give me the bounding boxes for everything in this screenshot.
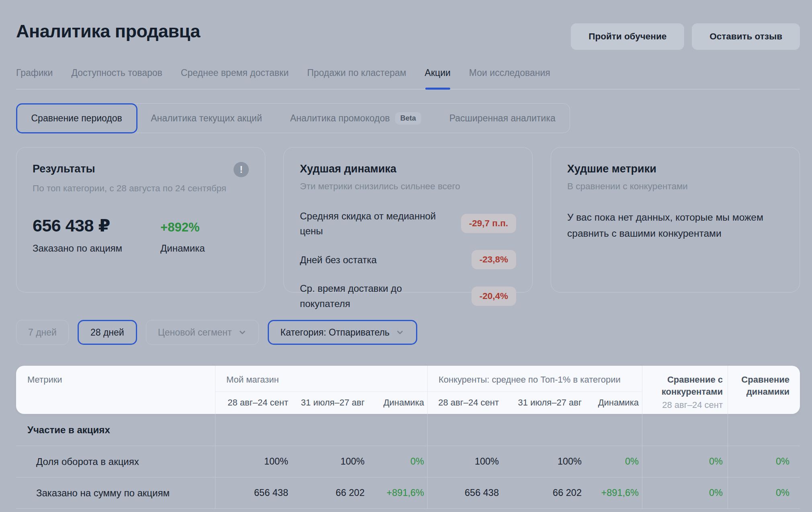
filter-price-segment-label: Ценовой сегмент [158, 327, 232, 338]
worst-dynamics-title: Худшая динамика [300, 163, 516, 175]
section-title: Участие в акциях [16, 424, 800, 436]
cell-value: 0% [728, 487, 800, 498]
subtab-advanced-analytics[interactable]: Расширенная аналитика [435, 104, 570, 133]
metric-label: Дней без остатка [300, 252, 377, 267]
negative-value-badge: -20,4% [472, 287, 516, 306]
table-row: Заказано на сумму по акциям 656 438 66 2… [16, 477, 800, 509]
worst-metrics-title: Худшие метрики [567, 163, 783, 175]
metric-label: Средняя скидка от медианной цены [300, 209, 447, 238]
column-group-my-shop: Мой магазин [215, 366, 427, 391]
results-card-subtitle: По топ категории, с 28 августа по 24 сен… [33, 183, 249, 194]
tab-sales-by-clusters[interactable]: Продажи по кластерам [307, 68, 406, 89]
table-filters: 7 дней 28 дней Ценовой сегмент Категория… [16, 320, 800, 345]
cell-value: +891,6% [368, 487, 427, 498]
results-card: Результаты ! По топ категории, с 28 авгу… [16, 147, 265, 293]
subcolumn-period-2: 31 июля–27 авг [502, 391, 585, 414]
chevron-down-icon [238, 328, 247, 337]
comparison-competitors-period: 28 авг–24 сент [662, 399, 723, 411]
filter-category[interactable]: Категория: Отпариватель [268, 320, 418, 345]
filter-28-days[interactable]: 28 дней [78, 320, 137, 345]
cell-value: 100% [502, 456, 585, 467]
promotions-subtabs: Сравнение периодов Аналитика текущих акц… [16, 103, 570, 133]
summary-cards: Результаты ! По топ категории, с 28 авгу… [16, 147, 800, 293]
subcolumn-period-1: 28 авг–24 сент [215, 391, 291, 414]
worst-dynamics-card: Худшая динамика Эти метрики снизились си… [283, 147, 533, 293]
cell-value: 0% [642, 456, 728, 467]
subtab-current-promotions[interactable]: Аналитика текущих акций [137, 104, 276, 133]
chevron-down-icon [396, 328, 404, 337]
comparison-dynamics-label: Сравнение динамики [728, 374, 789, 398]
ordered-amount-value: 656 438 ₽ [33, 215, 122, 236]
subtab-promocodes[interactable]: Аналитика промокодов Beta [276, 104, 435, 133]
cell-value: +891,6% [585, 487, 642, 498]
subcolumn-dynamics: Динамика [585, 391, 642, 414]
feedback-button[interactable]: Оставить отзыв [692, 23, 800, 50]
worst-metric-row: Дней без остатка -23,8% [300, 250, 516, 269]
row-label: Заказано на сумму по акциям [16, 487, 215, 499]
cell-value: 0% [585, 456, 642, 467]
section-row: Участие в акциях [16, 414, 800, 446]
cell-value: 100% [427, 456, 502, 467]
filter-category-label: Категория: Отпариватель [281, 327, 390, 338]
ordered-amount-label: Заказано по акциям [33, 243, 122, 254]
seller-analytics-page: Аналитика продавца Пройти обучение Остав… [0, 0, 812, 512]
worst-dynamics-subtitle: Эти метрики снизились сильнее всего [300, 181, 516, 192]
negative-value-badge: -29,7 п.п. [461, 214, 516, 233]
cell-value: 0% [642, 487, 728, 498]
table-body: Участие в акциях Доля оборота в акциях 1… [16, 414, 800, 509]
row-label: Доля оборота в акциях [16, 456, 215, 467]
tab-avg-delivery-time[interactable]: Среднее время доставки [181, 68, 289, 89]
cell-value: 656 438 [427, 487, 502, 498]
worst-metrics-subtitle: В сравнении с конкурентами [567, 181, 783, 192]
dynamics-value: +892% [160, 220, 205, 235]
filter-price-segment[interactable]: Ценовой сегмент [146, 320, 259, 345]
tab-product-availability[interactable]: Доступность товаров [71, 68, 162, 89]
cell-value: 66 202 [291, 487, 368, 498]
tab-my-research[interactable]: Мои исследования [469, 68, 550, 89]
worst-metrics-card: Худшие метрики В сравнении с конкурентам… [551, 147, 800, 293]
column-header-comparison-competitors: Сравнение с конкурентами 28 авг–24 сент [642, 366, 728, 414]
table-row: Доля оборота в акциях 100% 100% 0% 100% … [16, 446, 800, 477]
main-tabs: Графики Доступность товаров Среднее врем… [16, 68, 800, 90]
page-header: Аналитика продавца Пройти обучение Остав… [16, 0, 800, 50]
tab-promotions[interactable]: Акции [425, 68, 451, 89]
column-group-competitors: Конкуренты: среднее по Топ-1% в категори… [427, 366, 642, 391]
cell-value: 0% [368, 456, 427, 467]
page-title: Аналитика продавца [16, 21, 200, 42]
subtab-period-comparison[interactable]: Сравнение периодов [16, 103, 137, 133]
training-button[interactable]: Пройти обучение [571, 23, 684, 50]
negative-value-badge: -23,8% [472, 250, 516, 269]
cell-value: 656 438 [215, 487, 291, 498]
beta-badge: Beta [395, 112, 421, 125]
column-header-comparison-dynamics: Сравнение динамики [728, 366, 800, 414]
dynamics-label: Динамика [160, 243, 205, 254]
results-card-title: Результаты [33, 163, 95, 175]
worst-metric-row: Средняя скидка от медианной цены -29,7 п… [300, 209, 516, 238]
cell-value: 66 202 [502, 487, 585, 498]
tab-graphics[interactable]: Графики [16, 68, 53, 89]
cell-value: 100% [291, 456, 368, 467]
cell-value: 100% [215, 456, 291, 467]
metric-label: Ср. время доставки до покупателя [300, 281, 447, 311]
subcolumn-dynamics: Динамика [368, 391, 427, 414]
no-competitor-data-text: У вас пока нет данных, которые мы можем … [567, 209, 776, 242]
table-header: Метрики Мой магазин Конкуренты: среднее … [16, 366, 800, 414]
metrics-table: Метрики Мой магазин Конкуренты: среднее … [16, 366, 800, 509]
header-actions: Пройти обучение Оставить отзыв [571, 23, 800, 50]
subcolumn-period-1: 28 авг–24 сент [427, 391, 502, 414]
subcolumn-period-2: 31 июля–27 авг [291, 391, 368, 414]
info-icon[interactable]: ! [234, 162, 249, 177]
worst-metric-row: Ср. время доставки до покупателя -20,4% [300, 281, 516, 311]
subtab-promocodes-label: Аналитика промокодов [290, 113, 390, 124]
filter-7-days[interactable]: 7 дней [16, 320, 69, 345]
cell-value: 0% [728, 456, 800, 467]
comparison-competitors-label: Сравнение с конкурентами [642, 374, 723, 398]
column-header-metrics: Метрики [16, 366, 215, 414]
